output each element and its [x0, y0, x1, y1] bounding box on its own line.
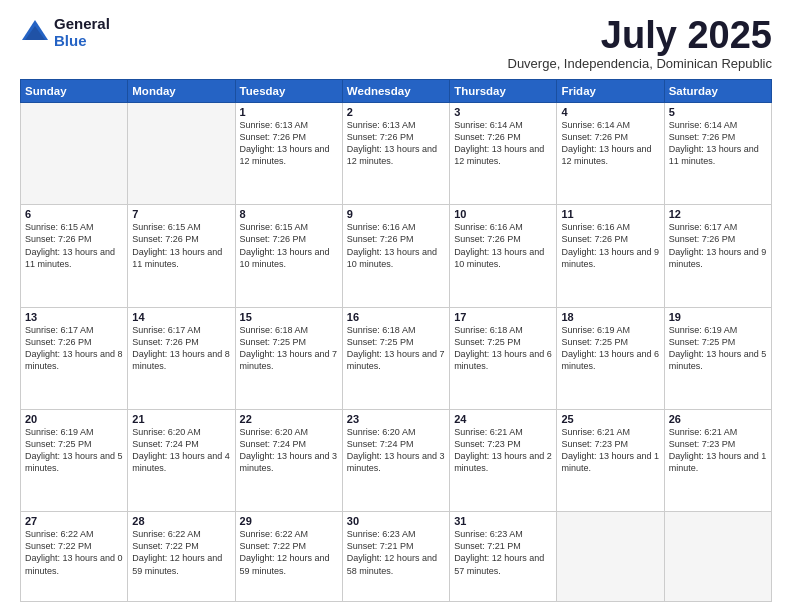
table-row: 14Sunrise: 6:17 AM Sunset: 7:26 PM Dayli…: [128, 307, 235, 409]
day-info: Sunrise: 6:13 AM Sunset: 7:26 PM Dayligh…: [347, 119, 445, 168]
day-number: 28: [132, 515, 230, 527]
table-row: 6Sunrise: 6:15 AM Sunset: 7:26 PM Daylig…: [21, 205, 128, 307]
calendar-header-row: Sunday Monday Tuesday Wednesday Thursday…: [21, 80, 772, 103]
day-number: 21: [132, 413, 230, 425]
table-row: [128, 103, 235, 205]
col-friday: Friday: [557, 80, 664, 103]
table-row: 30Sunrise: 6:23 AM Sunset: 7:21 PM Dayli…: [342, 512, 449, 602]
table-row: 23Sunrise: 6:20 AM Sunset: 7:24 PM Dayli…: [342, 409, 449, 511]
day-number: 26: [669, 413, 767, 425]
day-info: Sunrise: 6:19 AM Sunset: 7:25 PM Dayligh…: [561, 324, 659, 373]
table-row: 2Sunrise: 6:13 AM Sunset: 7:26 PM Daylig…: [342, 103, 449, 205]
table-row: 13Sunrise: 6:17 AM Sunset: 7:26 PM Dayli…: [21, 307, 128, 409]
day-number: 3: [454, 106, 552, 118]
day-info: Sunrise: 6:14 AM Sunset: 7:26 PM Dayligh…: [454, 119, 552, 168]
day-info: Sunrise: 6:20 AM Sunset: 7:24 PM Dayligh…: [132, 426, 230, 475]
table-row: 3Sunrise: 6:14 AM Sunset: 7:26 PM Daylig…: [450, 103, 557, 205]
col-sunday: Sunday: [21, 80, 128, 103]
table-row: 11Sunrise: 6:16 AM Sunset: 7:26 PM Dayli…: [557, 205, 664, 307]
col-saturday: Saturday: [664, 80, 771, 103]
day-number: 27: [25, 515, 123, 527]
day-number: 18: [561, 311, 659, 323]
table-row: 7Sunrise: 6:15 AM Sunset: 7:26 PM Daylig…: [128, 205, 235, 307]
col-wednesday: Wednesday: [342, 80, 449, 103]
day-info: Sunrise: 6:21 AM Sunset: 7:23 PM Dayligh…: [454, 426, 552, 475]
table-row: 5Sunrise: 6:14 AM Sunset: 7:26 PM Daylig…: [664, 103, 771, 205]
day-info: Sunrise: 6:23 AM Sunset: 7:21 PM Dayligh…: [347, 528, 445, 577]
header: General Blue July 2025 Duverge, Independ…: [20, 16, 772, 71]
logo: General Blue: [20, 16, 110, 49]
day-info: Sunrise: 6:22 AM Sunset: 7:22 PM Dayligh…: [132, 528, 230, 577]
day-number: 9: [347, 208, 445, 220]
day-number: 24: [454, 413, 552, 425]
day-number: 17: [454, 311, 552, 323]
table-row: 24Sunrise: 6:21 AM Sunset: 7:23 PM Dayli…: [450, 409, 557, 511]
table-row: 16Sunrise: 6:18 AM Sunset: 7:25 PM Dayli…: [342, 307, 449, 409]
page: General Blue July 2025 Duverge, Independ…: [0, 0, 792, 612]
calendar-table: Sunday Monday Tuesday Wednesday Thursday…: [20, 79, 772, 602]
day-info: Sunrise: 6:14 AM Sunset: 7:26 PM Dayligh…: [561, 119, 659, 168]
day-info: Sunrise: 6:21 AM Sunset: 7:23 PM Dayligh…: [561, 426, 659, 475]
day-info: Sunrise: 6:19 AM Sunset: 7:25 PM Dayligh…: [669, 324, 767, 373]
day-info: Sunrise: 6:17 AM Sunset: 7:26 PM Dayligh…: [132, 324, 230, 373]
logo-blue: Blue: [54, 33, 110, 50]
day-number: 15: [240, 311, 338, 323]
day-info: Sunrise: 6:15 AM Sunset: 7:26 PM Dayligh…: [240, 221, 338, 270]
day-number: 19: [669, 311, 767, 323]
table-row: 28Sunrise: 6:22 AM Sunset: 7:22 PM Dayli…: [128, 512, 235, 602]
table-row: 17Sunrise: 6:18 AM Sunset: 7:25 PM Dayli…: [450, 307, 557, 409]
title-block: July 2025 Duverge, Independencia, Domini…: [508, 16, 773, 71]
day-number: 31: [454, 515, 552, 527]
day-info: Sunrise: 6:16 AM Sunset: 7:26 PM Dayligh…: [347, 221, 445, 270]
table-row: [21, 103, 128, 205]
day-number: 2: [347, 106, 445, 118]
day-number: 7: [132, 208, 230, 220]
col-tuesday: Tuesday: [235, 80, 342, 103]
day-number: 22: [240, 413, 338, 425]
month-title: July 2025: [508, 16, 773, 54]
day-info: Sunrise: 6:22 AM Sunset: 7:22 PM Dayligh…: [240, 528, 338, 577]
table-row: 15Sunrise: 6:18 AM Sunset: 7:25 PM Dayli…: [235, 307, 342, 409]
day-number: 6: [25, 208, 123, 220]
day-info: Sunrise: 6:22 AM Sunset: 7:22 PM Dayligh…: [25, 528, 123, 577]
day-number: 16: [347, 311, 445, 323]
day-number: 1: [240, 106, 338, 118]
day-info: Sunrise: 6:20 AM Sunset: 7:24 PM Dayligh…: [240, 426, 338, 475]
table-row: 26Sunrise: 6:21 AM Sunset: 7:23 PM Dayli…: [664, 409, 771, 511]
col-thursday: Thursday: [450, 80, 557, 103]
day-info: Sunrise: 6:15 AM Sunset: 7:26 PM Dayligh…: [132, 221, 230, 270]
table-row: 25Sunrise: 6:21 AM Sunset: 7:23 PM Dayli…: [557, 409, 664, 511]
day-info: Sunrise: 6:23 AM Sunset: 7:21 PM Dayligh…: [454, 528, 552, 577]
day-info: Sunrise: 6:19 AM Sunset: 7:25 PM Dayligh…: [25, 426, 123, 475]
day-number: 11: [561, 208, 659, 220]
table-row: 9Sunrise: 6:16 AM Sunset: 7:26 PM Daylig…: [342, 205, 449, 307]
day-number: 23: [347, 413, 445, 425]
table-row: [664, 512, 771, 602]
day-number: 10: [454, 208, 552, 220]
day-number: 5: [669, 106, 767, 118]
day-number: 30: [347, 515, 445, 527]
table-row: 12Sunrise: 6:17 AM Sunset: 7:26 PM Dayli…: [664, 205, 771, 307]
table-row: 19Sunrise: 6:19 AM Sunset: 7:25 PM Dayli…: [664, 307, 771, 409]
day-info: Sunrise: 6:18 AM Sunset: 7:25 PM Dayligh…: [347, 324, 445, 373]
day-info: Sunrise: 6:16 AM Sunset: 7:26 PM Dayligh…: [454, 221, 552, 270]
logo-text: General Blue: [54, 16, 110, 49]
table-row: 10Sunrise: 6:16 AM Sunset: 7:26 PM Dayli…: [450, 205, 557, 307]
day-info: Sunrise: 6:13 AM Sunset: 7:26 PM Dayligh…: [240, 119, 338, 168]
logo-icon: [20, 18, 50, 48]
day-number: 12: [669, 208, 767, 220]
day-number: 8: [240, 208, 338, 220]
table-row: 29Sunrise: 6:22 AM Sunset: 7:22 PM Dayli…: [235, 512, 342, 602]
day-info: Sunrise: 6:21 AM Sunset: 7:23 PM Dayligh…: [669, 426, 767, 475]
day-info: Sunrise: 6:14 AM Sunset: 7:26 PM Dayligh…: [669, 119, 767, 168]
table-row: 21Sunrise: 6:20 AM Sunset: 7:24 PM Dayli…: [128, 409, 235, 511]
day-number: 4: [561, 106, 659, 118]
day-number: 13: [25, 311, 123, 323]
table-row: 22Sunrise: 6:20 AM Sunset: 7:24 PM Dayli…: [235, 409, 342, 511]
day-info: Sunrise: 6:20 AM Sunset: 7:24 PM Dayligh…: [347, 426, 445, 475]
col-monday: Monday: [128, 80, 235, 103]
day-number: 20: [25, 413, 123, 425]
table-row: 8Sunrise: 6:15 AM Sunset: 7:26 PM Daylig…: [235, 205, 342, 307]
table-row: 31Sunrise: 6:23 AM Sunset: 7:21 PM Dayli…: [450, 512, 557, 602]
day-info: Sunrise: 6:18 AM Sunset: 7:25 PM Dayligh…: [240, 324, 338, 373]
